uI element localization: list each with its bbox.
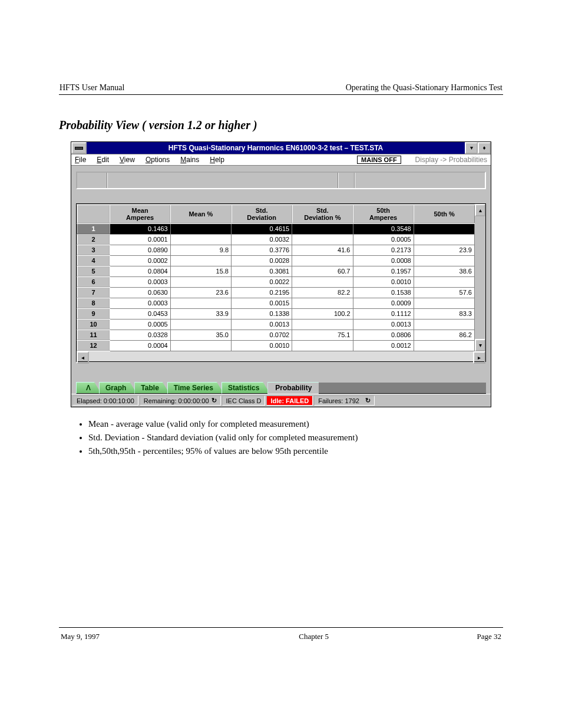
column-header[interactable]: 50thAmperes bbox=[353, 205, 414, 223]
cell[interactable]: 75.1 bbox=[292, 330, 353, 340]
tab-table[interactable]: Table bbox=[134, 382, 169, 394]
cell[interactable]: 0.0630 bbox=[110, 287, 170, 298]
table-row[interactable]: 70.063023.60.219582.20.153857.6 bbox=[77, 287, 475, 298]
cell[interactable] bbox=[170, 223, 231, 234]
tab-time-series[interactable]: Time Series bbox=[167, 382, 224, 394]
cell[interactable]: 0.0032 bbox=[232, 234, 292, 245]
cell[interactable]: 0.1112 bbox=[353, 308, 414, 319]
row-header[interactable]: 11 bbox=[77, 330, 110, 340]
row-header[interactable]: 6 bbox=[77, 276, 110, 287]
cell[interactable]: 83.3 bbox=[414, 308, 474, 319]
cell[interactable] bbox=[170, 319, 231, 330]
cell[interactable]: 0.0015 bbox=[232, 298, 292, 308]
menu-file[interactable]: File bbox=[75, 156, 86, 164]
row-header[interactable]: 2 bbox=[77, 234, 110, 245]
cell[interactable] bbox=[170, 298, 231, 308]
cell[interactable] bbox=[292, 234, 353, 245]
row-header[interactable]: 7 bbox=[77, 287, 110, 298]
cell[interactable]: 0.0702 bbox=[232, 330, 292, 340]
table-row[interactable]: 50.080415.80.308160.70.195738.6 bbox=[77, 266, 475, 276]
cell[interactable]: 0.0001 bbox=[110, 234, 170, 245]
cell[interactable] bbox=[292, 255, 353, 266]
cell[interactable]: 100.2 bbox=[292, 308, 353, 319]
cell[interactable]: 15.8 bbox=[170, 266, 231, 276]
cell[interactable] bbox=[414, 298, 474, 308]
row-header[interactable]: 9 bbox=[77, 308, 110, 319]
cell[interactable]: 0.3081 bbox=[232, 266, 292, 276]
column-header[interactable]: Std.Deviation % bbox=[292, 205, 353, 223]
column-header[interactable]: Std.Deviation bbox=[232, 205, 292, 223]
cell[interactable] bbox=[170, 255, 231, 266]
cell[interactable]: 82.2 bbox=[292, 287, 353, 298]
cell[interactable]: 0.0013 bbox=[353, 319, 414, 330]
cell[interactable]: 0.1538 bbox=[353, 287, 414, 298]
cell[interactable]: 0.0328 bbox=[110, 330, 170, 340]
cell[interactable]: 57.6 bbox=[414, 287, 474, 298]
cell[interactable]: 0.0806 bbox=[353, 330, 414, 340]
cell[interactable]: 0.1463 bbox=[110, 223, 170, 234]
table-row[interactable]: 80.00030.00150.0009 bbox=[77, 298, 475, 308]
cell[interactable]: 86.2 bbox=[414, 330, 474, 340]
cell[interactable]: 0.0804 bbox=[110, 266, 170, 276]
cell[interactable]: 60.7 bbox=[292, 266, 353, 276]
row-header[interactable]: 4 bbox=[77, 255, 110, 266]
scroll-right-icon[interactable]: ▸ bbox=[473, 351, 485, 364]
maximize-icon[interactable]: ♦ bbox=[478, 142, 491, 154]
cell[interactable]: 0.1957 bbox=[353, 266, 414, 276]
cell[interactable]: 0.0010 bbox=[353, 276, 414, 287]
menu-mains[interactable]: Mains bbox=[180, 156, 199, 164]
cell[interactable]: 0.0028 bbox=[232, 255, 292, 266]
cell[interactable] bbox=[414, 340, 474, 351]
cell[interactable] bbox=[414, 255, 474, 266]
vertical-scrollbar[interactable]: ▴ ▾ bbox=[475, 204, 485, 351]
cell[interactable]: 0.0005 bbox=[110, 319, 170, 330]
row-header[interactable]: 12 bbox=[77, 340, 110, 351]
cell[interactable] bbox=[414, 234, 474, 245]
column-header[interactable]: Mean % bbox=[170, 205, 231, 223]
refresh-icon[interactable] bbox=[211, 397, 217, 404]
table-row[interactable]: 90.045333.90.1338100.20.111283.3 bbox=[77, 308, 475, 319]
cell[interactable] bbox=[292, 319, 353, 330]
menu-view[interactable]: View bbox=[120, 156, 135, 164]
cell[interactable]: 0.0004 bbox=[110, 340, 170, 351]
tab-probability[interactable]: Probability bbox=[267, 382, 319, 394]
cell[interactable]: 0.0012 bbox=[353, 340, 414, 351]
tab-graph[interactable]: Graph bbox=[99, 382, 137, 394]
table-row[interactable]: 20.00010.00320.0005 bbox=[77, 234, 475, 245]
row-header[interactable]: 5 bbox=[77, 266, 110, 276]
tab-λ[interactable]: Λ bbox=[76, 382, 101, 394]
table-row[interactable]: 60.00030.00220.0010 bbox=[77, 276, 475, 287]
cell[interactable]: 0.0009 bbox=[353, 298, 414, 308]
table-row[interactable]: 100.00050.00130.0013 bbox=[77, 319, 475, 330]
scroll-up-icon[interactable]: ▴ bbox=[475, 204, 485, 216]
row-header[interactable]: 3 bbox=[77, 245, 110, 255]
table-row[interactable]: 10.14630.46150.3548 bbox=[77, 223, 475, 234]
cell[interactable] bbox=[292, 298, 353, 308]
cell[interactable]: 0.0453 bbox=[110, 308, 170, 319]
row-header[interactable]: 1 bbox=[77, 223, 110, 234]
column-header[interactable]: MeanAmperes bbox=[110, 205, 170, 223]
table-row[interactable]: 110.032835.00.070275.10.080686.2 bbox=[77, 330, 475, 340]
cell[interactable]: 0.0890 bbox=[110, 245, 170, 255]
cell[interactable] bbox=[170, 340, 231, 351]
scroll-left-icon[interactable]: ◂ bbox=[77, 351, 89, 364]
cell[interactable]: 33.9 bbox=[170, 308, 231, 319]
cell[interactable]: 23.6 bbox=[170, 287, 231, 298]
cell[interactable] bbox=[292, 340, 353, 351]
cell[interactable]: 23.9 bbox=[414, 245, 474, 255]
data-grid[interactable]: MeanAmperesMean %Std.DeviationStd.Deviat… bbox=[76, 203, 486, 352]
cell[interactable]: 35.0 bbox=[170, 330, 231, 340]
cell[interactable] bbox=[170, 276, 231, 287]
cell[interactable]: 0.0022 bbox=[232, 276, 292, 287]
minimize-icon[interactable]: ▾ bbox=[465, 142, 478, 154]
cell[interactable]: 0.0010 bbox=[232, 340, 292, 351]
cell[interactable] bbox=[414, 319, 474, 330]
cell[interactable]: 0.3548 bbox=[353, 223, 414, 234]
menu-options[interactable]: Options bbox=[146, 156, 170, 164]
cell[interactable]: 0.3776 bbox=[232, 245, 292, 255]
cell[interactable]: 0.0013 bbox=[232, 319, 292, 330]
cell[interactable]: 0.2195 bbox=[232, 287, 292, 298]
cell[interactable] bbox=[292, 276, 353, 287]
refresh-icon[interactable] bbox=[365, 397, 371, 404]
cell[interactable]: 41.6 bbox=[292, 245, 353, 255]
